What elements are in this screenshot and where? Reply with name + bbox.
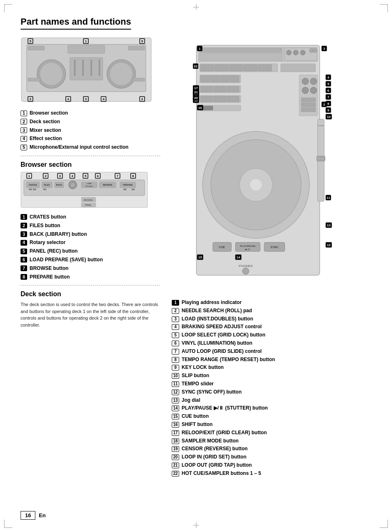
right-item-7: 7 AUTO LOOP (GRID SLIDE) control <box>172 348 371 355</box>
svg-rect-15 <box>99 60 100 76</box>
corner-mark-br <box>380 520 388 528</box>
corner-mark-bl <box>4 520 12 528</box>
right-label-21: LOOP OUT (GRID TAP) button <box>182 462 252 469</box>
svg-point-98 <box>310 78 317 85</box>
overview-item-1: 1 Browser section <box>21 110 160 117</box>
svg-point-99 <box>302 87 309 94</box>
right-num-10: 10 <box>172 373 179 379</box>
overview-num-2: 2 <box>21 119 27 124</box>
right-num-16: 16 <box>172 422 179 428</box>
svg-rect-119 <box>318 125 324 126</box>
browser-item-4: 4 Rotary selector <box>21 239 160 246</box>
svg-rect-85 <box>201 64 214 71</box>
page-title: Part names and functions <box>21 16 131 30</box>
svg-point-79 <box>286 50 291 55</box>
overview-item-5: 5 Microphone/External input control sect… <box>21 144 160 151</box>
browser-num-4: 4 <box>21 240 27 246</box>
svg-text:5: 5 <box>30 39 32 43</box>
right-num-19: 19 <box>172 446 179 452</box>
browser-num-7: 7 <box>21 265 27 271</box>
browser-label-6: LOAD PREPARE (SAVE) button <box>30 256 103 263</box>
svg-point-83 <box>313 48 317 53</box>
svg-rect-110 <box>214 96 226 102</box>
right-num-13: 13 <box>172 398 179 403</box>
svg-text:10: 10 <box>327 115 331 119</box>
svg-rect-13 <box>82 60 84 76</box>
svg-rect-94 <box>220 76 229 82</box>
svg-text:3: 3 <box>59 174 61 178</box>
right-label-8: TEMPO RANGE (TEMPO RESET) button <box>182 356 275 363</box>
svg-point-129 <box>242 268 249 274</box>
controller-svg: 5 1 5 2 4 3 <box>21 37 152 105</box>
svg-text:1: 1 <box>28 174 30 178</box>
overview-label-3: Mixer section <box>30 127 61 134</box>
svg-text:5: 5 <box>327 82 330 86</box>
svg-point-100 <box>310 87 317 94</box>
footer: 16 En <box>21 511 46 520</box>
right-item-18: 18 SAMPLER MODE button <box>172 438 371 444</box>
right-num-7: 7 <box>172 349 179 355</box>
svg-rect-111 <box>227 96 239 102</box>
right-item-21: 21 LOOP OUT (GRID TAP) button <box>172 462 371 469</box>
svg-rect-120 <box>317 156 325 161</box>
svg-rect-2 <box>68 45 105 53</box>
right-item-5: 5 LOOP SELECT (GRID LOCK) button <box>172 332 371 339</box>
browser-item-3: 3 BACK (LIBRARY) button <box>21 231 160 238</box>
detail-diagram-wrap: CUE PLAY/PAUSE ▶/⏸ SYNC PHONES 1 <box>172 37 371 293</box>
right-item-11: 11 TEMPO slider <box>172 380 371 387</box>
svg-text:4: 4 <box>103 97 105 101</box>
svg-point-97 <box>302 78 309 85</box>
svg-rect-93 <box>210 76 219 82</box>
svg-text:CRATES: CRATES <box>29 184 37 186</box>
right-num-14: 14 <box>172 405 179 411</box>
left-column: 5 1 5 2 4 3 <box>21 37 160 478</box>
svg-text:SYNC: SYNC <box>270 246 278 249</box>
svg-text:3: 3 <box>323 47 325 51</box>
svg-text:7: 7 <box>117 174 119 178</box>
svg-text:5: 5 <box>85 174 87 178</box>
right-item-10: 10 SLIP button <box>172 372 371 379</box>
svg-rect-87 <box>229 64 243 71</box>
svg-text:8: 8 <box>327 102 330 106</box>
overview-item-2: 2 Deck section <box>21 118 160 125</box>
right-item-22: 22 HOT CUE/SAMPLER buttons 1 – 5 <box>172 470 371 477</box>
overview-num-4: 4 <box>21 136 27 142</box>
right-label-5: LOOP SELECT (GRID LOCK) button <box>182 332 265 339</box>
right-num-3: 3 <box>172 316 179 322</box>
right-num-9: 9 <box>172 365 179 371</box>
right-num-15: 15 <box>172 414 179 419</box>
corner-mark-tr <box>380 4 388 12</box>
svg-rect-102 <box>301 103 316 107</box>
right-num-8: 8 <box>172 357 179 363</box>
svg-rect-56 <box>43 189 46 190</box>
browser-label-4: Rotary selector <box>30 239 65 246</box>
overview-num-3: 3 <box>21 127 27 133</box>
browser-item-5: 5 PANEL (REC) button <box>21 248 160 255</box>
right-item-17: 17 RELOOP/EXIT (GRID CLEAR) button <box>172 429 371 436</box>
svg-point-81 <box>300 50 305 55</box>
right-num-1: 1 <box>172 300 179 306</box>
right-item-20: 20 LOOP IN (GRID SET) button <box>172 454 371 461</box>
svg-text:7: 7 <box>327 95 330 99</box>
right-item-14: 14 PLAY/PAUSE ▶/⏸ (STUTTER) button <box>172 405 371 412</box>
right-label-11: TEMPO slider <box>182 380 214 387</box>
svg-text:22: 22 <box>194 64 198 68</box>
browser-item-6: 6 LOAD PREPARE (SAVE) button <box>21 256 160 263</box>
svg-rect-10 <box>132 78 145 81</box>
svg-point-60 <box>70 182 75 187</box>
corner-mark-tl <box>4 4 12 12</box>
browser-label-2: FILES button <box>30 222 60 229</box>
svg-text:21: 21 <box>194 90 198 94</box>
right-num-11: 11 <box>172 381 179 387</box>
right-num-18: 18 <box>172 438 179 444</box>
browser-item-list: 1 CRATES button 2 FILES button 3 BACK (L… <box>21 214 160 280</box>
right-num-5: 5 <box>172 332 179 338</box>
right-item-2: 2 NEEDLE SEARCH (ROLL) pad <box>172 307 371 314</box>
cross-mark-bottom <box>193 522 199 528</box>
controller-diagram: 5 1 5 2 4 3 <box>21 37 152 105</box>
browser-item-7: 7 BROWSE button <box>21 265 160 272</box>
svg-text:1: 1 <box>199 47 201 51</box>
overview-item-4: 4 Effect section <box>21 135 160 142</box>
right-label-1: Playing address indicator <box>182 299 242 306</box>
overview-item-list: 1 Browser section 2 Deck section 3 Mixer… <box>21 110 160 151</box>
